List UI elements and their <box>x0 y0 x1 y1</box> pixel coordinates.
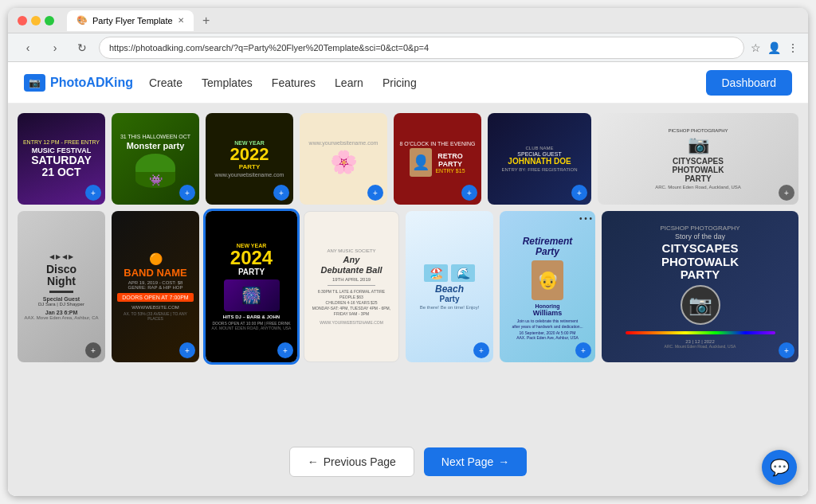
template-card-newyear2022[interactable]: NEW YEAR 2022 PARTY www.yourwebsitename.… <box>206 113 293 205</box>
template-card-beach[interactable]: 🏖️ 🌊 Beach Party Be there! Be on time! E… <box>406 211 493 362</box>
template-card-retirement[interactable]: • • • RetirementParty 👴 Honoring William… <box>500 211 595 362</box>
logo-suffix: ing <box>114 76 133 89</box>
template-card-newyear2024[interactable]: NEW YEAR 2024 PARTY 🎆 HITS DJ – BARB & J… <box>206 211 297 362</box>
add-newyear2024-icon[interactable]: + <box>277 342 293 358</box>
previous-page-button[interactable]: ← Previous Page <box>289 447 414 477</box>
gallery-row-2: ◀ ▶ ◀ ▶ DiscoNight Special Guest DJ Sara… <box>18 211 798 431</box>
next-page-label: Next Page <box>441 455 493 468</box>
site-content: 📷 PhotoADKing Create Templates Features … <box>8 62 808 496</box>
refresh-button[interactable]: ↻ <box>72 37 92 58</box>
browser-tabs: 🎨 Party Flyer Template ✕ + <box>67 10 798 31</box>
add-photography-icon[interactable]: + <box>779 185 794 201</box>
pagination: ← Previous Page Next Page → <box>18 437 798 486</box>
template-card-floral[interactable]: www.yourwebsitename.com 🌸 + <box>300 113 387 205</box>
add-band-icon[interactable]: + <box>179 342 195 358</box>
prev-arrow-icon: ← <box>308 455 319 468</box>
logo-icon: 📷 <box>24 74 45 92</box>
add-disco-icon[interactable]: + <box>85 342 101 358</box>
nav-links: Create Templates Features Learn Pricing <box>149 76 706 89</box>
toolbar-icons: ☆ 👤 ⋮ <box>751 41 798 54</box>
add-halloween-icon[interactable]: + <box>179 185 195 201</box>
window-controls <box>18 16 54 25</box>
address-bar[interactable]: https://photoadking.com/search/?q=Party%… <box>99 37 744 59</box>
gallery-row-1: ENTRY 12 PM - FREE ENTRY MUSIC FESTIVAL … <box>18 113 798 205</box>
dashboard-button[interactable]: Dashboard <box>706 70 793 96</box>
template-card-disco[interactable]: ◀ ▶ ◀ ▶ DiscoNight Special Guest DJ Sara… <box>18 211 105 362</box>
add-beach-icon[interactable]: + <box>473 342 489 358</box>
chat-icon: 💬 <box>770 458 790 477</box>
add-to-template-icon[interactable]: + <box>85 185 101 201</box>
browser-titlebar: 🎨 Party Flyer Template ✕ + <box>8 8 808 33</box>
gallery-container: ENTRY 12 PM - FREE ENTRY MUSIC FESTIVAL … <box>18 113 798 486</box>
close-button[interactable] <box>18 16 27 25</box>
forward-button[interactable]: › <box>45 37 65 58</box>
nav-features[interactable]: Features <box>272 76 316 89</box>
add-retirement-icon[interactable]: + <box>575 342 591 358</box>
add-newyear2022-icon[interactable]: + <box>273 185 289 201</box>
site-nav: 📷 PhotoADKing Create Templates Features … <box>8 62 808 104</box>
prev-page-label: Previous Page <box>324 455 396 468</box>
next-arrow-icon: → <box>498 455 509 468</box>
template-card-johnnath[interactable]: CLUB NAME SPECIAL GUEST JOHNNATH DOE ENT… <box>488 113 591 205</box>
add-retro-icon[interactable]: + <box>461 185 477 201</box>
logo-text: PhotoADKing <box>50 76 133 90</box>
profile-icon[interactable]: 👤 <box>767 41 781 54</box>
tab-favicon: 🎨 <box>76 15 88 25</box>
chat-button[interactable]: 💬 <box>762 450 797 485</box>
template-card-photography[interactable]: PICSHOP PHOTOGRAPHY 📷 CITYSCAPESPHOTOWAL… <box>598 113 798 205</box>
template-card-debutante[interactable]: ANY MUSIC SOCIETY AnyDebutante Ball 19TH… <box>304 211 399 362</box>
maximize-button[interactable] <box>45 16 54 25</box>
add-floral-icon[interactable]: + <box>367 185 383 201</box>
add-photo-party-icon[interactable]: + <box>779 342 794 358</box>
add-johnnath-icon[interactable]: + <box>571 185 587 201</box>
template-card-band[interactable]: 🟠 BAND NAME APR 19, 2019 - COST: $8 GENR… <box>112 211 199 362</box>
logo-primary: PhotoADK <box>50 76 114 89</box>
nav-pricing[interactable]: Pricing <box>382 76 417 89</box>
next-page-button[interactable]: Next Page → <box>424 447 527 476</box>
back-button[interactable]: ‹ <box>18 37 38 58</box>
url-text: https://photoadking.com/search/?q=Party%… <box>109 43 429 53</box>
template-card-music-festival[interactable]: ENTRY 12 PM - FREE ENTRY MUSIC FESTIVAL … <box>18 113 105 205</box>
gallery-area: ENTRY 12 PM - FREE ENTRY MUSIC FESTIVAL … <box>8 104 808 496</box>
active-tab[interactable]: 🎨 Party Flyer Template ✕ <box>67 10 194 31</box>
template-card-retro[interactable]: 8 O'CLOCK IN THE EVENING 👤 RETRO PARTY E… <box>394 113 481 205</box>
logo: 📷 PhotoADKing <box>24 74 133 92</box>
tab-close-icon[interactable]: ✕ <box>178 16 184 25</box>
nav-create[interactable]: Create <box>149 76 182 89</box>
tab-title: Party Flyer Template <box>92 16 173 25</box>
template-card-halloween[interactable]: 31 THIS HALLOWEEN OCT Monster party 👾 + <box>112 113 199 205</box>
bookmark-icon[interactable]: ☆ <box>751 41 761 54</box>
nav-learn[interactable]: Learn <box>335 76 363 89</box>
nav-templates[interactable]: Templates <box>202 76 253 89</box>
minimize-button[interactable] <box>31 16 41 25</box>
more-icon[interactable]: ⋮ <box>787 41 798 54</box>
template-card-photo-party[interactable]: PICSHOP PHOTOGRAPHY Story of the day CIT… <box>602 211 798 362</box>
browser-window: 🎨 Party Flyer Template ✕ + ‹ › ↻ https:/… <box>8 8 808 496</box>
browser-toolbar: ‹ › ↻ https://photoadking.com/search/?q=… <box>8 33 808 62</box>
new-tab-button[interactable]: + <box>197 11 216 30</box>
